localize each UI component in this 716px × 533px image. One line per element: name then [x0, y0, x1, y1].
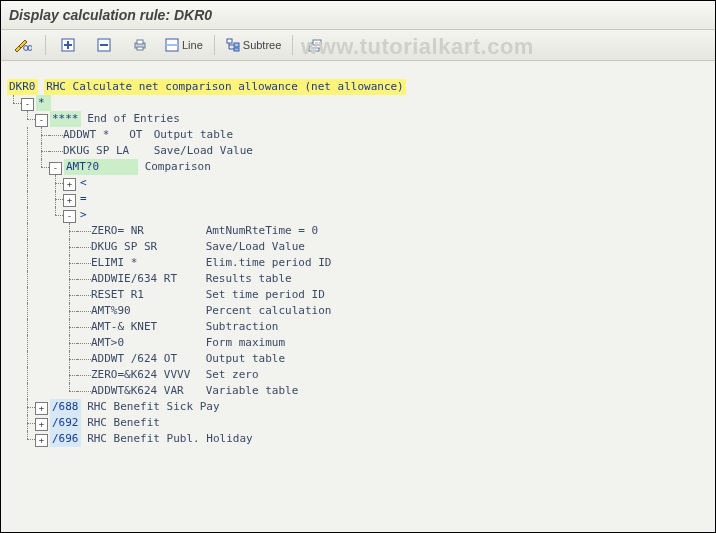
node-code: ELIMI * [91, 255, 199, 271]
svg-rect-6 [100, 44, 108, 46]
tree-node-wagetype[interactable]: + /692 RHC Benefit [7, 415, 709, 431]
node-code: AMT%90 [91, 303, 199, 319]
toolbar-separator [292, 35, 293, 55]
tree-node[interactable]: ELIMI * Elim.time period ID [7, 255, 709, 271]
tree-node[interactable]: ADDWT&K624 VAR Variable table [7, 383, 709, 399]
node-code: ADDWIE/634 RT [91, 271, 199, 287]
expand-toggle[interactable]: + [63, 194, 76, 207]
tree-node-cmp[interactable]: + < [7, 175, 709, 191]
tree-node-wagetype[interactable]: + /696 RHC Benefit Publ. Holiday [7, 431, 709, 447]
node-desc: Set zero [206, 367, 259, 383]
tree-node-end-entries[interactable]: - **** End of Entries [7, 111, 709, 127]
expand-toggle[interactable]: + [35, 402, 48, 415]
print-button[interactable] [124, 33, 156, 57]
tree-node[interactable]: ADDWT /624 OT Output table [7, 351, 709, 367]
svg-rect-11 [166, 44, 178, 46]
node-desc: Output table [206, 351, 285, 367]
expand-toggle[interactable]: + [35, 418, 48, 431]
node-code: AMT-& KNET [91, 319, 199, 335]
node-desc: Results table [206, 271, 292, 287]
title-bar: Display calculation rule: DKR0 [1, 1, 715, 30]
documentation-button[interactable] [299, 33, 331, 57]
node-code: AMT?0 [64, 159, 138, 175]
tree-node[interactable]: ADDWT * OT Output table [7, 127, 709, 143]
node-desc: Save/Load Value [154, 143, 253, 159]
svg-rect-8 [137, 40, 143, 44]
svg-rect-14 [234, 48, 239, 51]
expand-all-button[interactable] [52, 33, 84, 57]
subtree-button[interactable]: Subtree [221, 33, 287, 57]
svg-rect-12 [227, 39, 232, 43]
wagetype-code: /688 [50, 399, 81, 415]
wagetype-desc: RHC Benefit Publ. Holiday [87, 431, 253, 447]
stack-icon [308, 38, 322, 52]
node-desc: End of Entries [87, 111, 180, 127]
collapse-all-button[interactable] [88, 33, 120, 57]
tree-node-comparison[interactable]: - AMT?0 Comparison [7, 159, 709, 175]
cmp-operator: = [78, 191, 89, 207]
tree-node[interactable]: RESET R1 Set time period ID [7, 287, 709, 303]
wagetype-code: /692 [50, 415, 81, 431]
tree-node-cmp[interactable]: + = [7, 191, 709, 207]
node-desc: Comparison [145, 159, 211, 175]
tree-node-wagetype[interactable]: + /688 RHC Benefit Sick Pay [7, 399, 709, 415]
node-desc: Elim.time period ID [206, 255, 332, 271]
node-desc: AmtNumRteTime = 0 [206, 223, 319, 239]
subtree-icon [226, 38, 240, 52]
toolbar-separator [45, 35, 46, 55]
expand-toggle[interactable]: - [21, 98, 34, 111]
tree-node[interactable]: DKUG SP SR Save/Load Value [7, 239, 709, 255]
line-button[interactable]: Line [160, 33, 208, 57]
tree-node[interactable]: AMT>0 Form maximum [7, 335, 709, 351]
node-code: ADDWT * OT [63, 127, 147, 143]
rule-desc: RHC Calculate net comparison allowance (… [44, 79, 406, 95]
node-code: ADDWT /624 OT [91, 351, 199, 367]
tree-node-star[interactable]: - * [7, 95, 709, 111]
svg-rect-13 [234, 43, 239, 47]
tree-node-cmp[interactable]: - > [7, 207, 709, 223]
wagetype-code: /696 [50, 431, 81, 447]
rule-tree: DKR0 RHC Calculate net comparison allowa… [1, 61, 715, 453]
node-desc: Percent calculation [206, 303, 332, 319]
tree-node[interactable]: ZERO=&K624 VVVV Set zero [7, 367, 709, 383]
tree-node[interactable]: ZERO= NR AmtNumRteTime = 0 [7, 223, 709, 239]
rule-code: DKR0 [7, 79, 38, 95]
node-code: ADDWT&K624 VAR [91, 383, 199, 399]
node-desc: Save/Load Value [206, 239, 305, 255]
tree-node[interactable]: DKUG SP LA Save/Load Value [7, 143, 709, 159]
pencil-glasses-icon [14, 38, 32, 52]
node-code: DKUG SP SR [91, 239, 199, 255]
node-code: ZERO=&K624 VVVV [91, 367, 199, 383]
toolbar-separator [214, 35, 215, 55]
expand-all-icon [61, 38, 75, 52]
cmp-operator: < [78, 175, 89, 191]
expand-toggle[interactable]: - [35, 114, 48, 127]
line-button-label: Line [182, 39, 203, 51]
tree-node[interactable]: AMT%90 Percent calculation [7, 303, 709, 319]
node-desc: Variable table [206, 383, 299, 399]
tree-node[interactable]: AMT-& KNET Subtraction [7, 319, 709, 335]
wagetype-desc: RHC Benefit [87, 415, 160, 431]
tree-node[interactable]: ADDWIE/634 RT Results table [7, 271, 709, 287]
svg-rect-4 [67, 41, 69, 49]
node-code: DKUG SP LA [63, 143, 147, 159]
node-desc: Set time period ID [206, 287, 325, 303]
svg-rect-17 [313, 40, 321, 45]
change-button[interactable] [7, 33, 39, 57]
subtree-button-label: Subtree [243, 39, 282, 51]
collapse-all-icon [97, 38, 111, 52]
tree-root[interactable]: DKR0 RHC Calculate net comparison allowa… [7, 79, 709, 95]
node-desc: Form maximum [206, 335, 285, 351]
page-title: Display calculation rule: DKR0 [9, 7, 212, 23]
wagetype-desc: RHC Benefit Sick Pay [87, 399, 219, 415]
svg-rect-9 [137, 47, 143, 50]
expand-toggle[interactable]: - [49, 162, 62, 175]
group-star: * [36, 95, 51, 111]
node-code: AMT>0 [91, 335, 199, 351]
node-desc: Subtraction [206, 319, 279, 335]
node-code: RESET R1 [91, 287, 199, 303]
expand-toggle[interactable]: + [35, 434, 48, 447]
expand-toggle[interactable]: - [63, 210, 76, 223]
expand-toggle[interactable]: + [63, 178, 76, 191]
line-icon [165, 38, 179, 52]
